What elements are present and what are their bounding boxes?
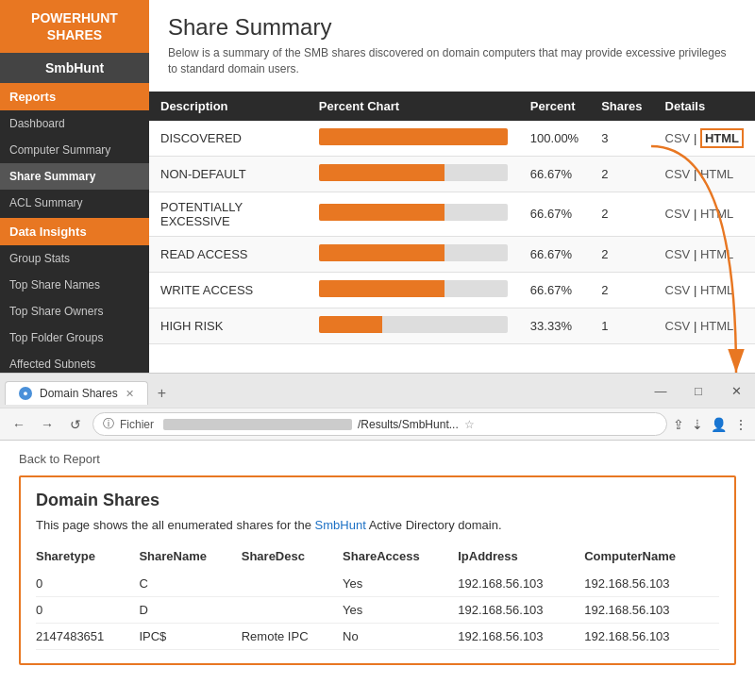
col-shares: Shares bbox=[590, 92, 653, 121]
data-insights-section-header[interactable]: Data Insights bbox=[0, 218, 149, 245]
col-percent: Percent bbox=[519, 92, 590, 121]
share-icon[interactable]: ⇪ bbox=[673, 417, 684, 432]
html-link[interactable]: HTML bbox=[700, 167, 733, 181]
row-description: DISCOVERED bbox=[149, 121, 308, 157]
domain-cell: 192.168.56.103 bbox=[458, 624, 584, 650]
col-percent-chart: Percent Chart bbox=[308, 92, 519, 121]
sidebar-item-share-summary[interactable]: Share Summary bbox=[0, 163, 149, 190]
sidebar-item-acl-summary[interactable]: ACL Summary bbox=[0, 190, 149, 216]
bar-container bbox=[319, 280, 508, 297]
page-title: Share Summary bbox=[168, 14, 736, 41]
domain-col-header: IpAddress bbox=[458, 545, 584, 571]
browser-chrome: ● Domain Shares ✕ + — □ ✕ ← → ↺ ⓘ Fichie… bbox=[0, 374, 755, 441]
domain-shares-table: SharetypeShareNameShareDescShareAccessIp… bbox=[36, 545, 719, 650]
back-to-report-link[interactable]: Back to Report bbox=[19, 452, 736, 466]
star-icon[interactable]: ☆ bbox=[464, 418, 475, 431]
csv-link[interactable]: CSV bbox=[665, 319, 691, 333]
row-details: CSV | HTML bbox=[654, 308, 755, 343]
app-logo: POWERHUNT SHARES bbox=[0, 0, 149, 53]
row-bar-chart bbox=[308, 236, 519, 272]
domain-cell: D bbox=[139, 597, 241, 624]
minimize-button[interactable]: — bbox=[642, 374, 680, 408]
address-bar[interactable]: ⓘ Fichier /Results/SmbHunt... ☆ bbox=[92, 412, 667, 436]
domain-col-header: ShareAccess bbox=[343, 545, 458, 571]
browser-tab-domain-shares[interactable]: ● Domain Shares ✕ bbox=[5, 381, 148, 405]
download-icon[interactable]: ⇣ bbox=[692, 417, 703, 432]
browser-tab-bar: ● Domain Shares ✕ + — □ ✕ bbox=[0, 374, 755, 408]
bar-fill bbox=[319, 280, 445, 297]
row-shares: 2 bbox=[590, 272, 653, 308]
domain-cell: IPC$ bbox=[139, 624, 241, 650]
sidebar-item-top-share-names[interactable]: Top Share Names bbox=[0, 272, 149, 298]
domain-cell: 0 bbox=[36, 597, 139, 624]
browser-content: Back to Report Domain Shares This page s… bbox=[0, 441, 755, 676]
domain-shares-title: Domain Shares bbox=[36, 491, 719, 510]
reports-section-header[interactable]: Reports bbox=[0, 83, 149, 110]
row-shares: 1 bbox=[590, 308, 653, 343]
html-link[interactable]: HTML bbox=[700, 128, 744, 148]
refresh-button[interactable]: ↺ bbox=[64, 413, 87, 436]
domain-cell: C bbox=[139, 571, 241, 597]
page-description: Below is a summary of the SMB shares dis… bbox=[168, 45, 736, 77]
sidebar-item-group-stats[interactable]: Group Stats bbox=[0, 245, 149, 272]
row-bar-chart bbox=[308, 156, 519, 192]
domain-cell: 192.168.56.103 bbox=[584, 624, 719, 650]
row-description: POTENTIALLY EXCESSIVE bbox=[149, 192, 308, 236]
table-row: DISCOVERED100.00%3CSV | HTML bbox=[149, 121, 755, 157]
row-description: NON-DEFAULT bbox=[149, 156, 308, 192]
app-name: SmbHunt bbox=[0, 53, 149, 83]
domain-cell: Yes bbox=[343, 571, 458, 597]
bar-container bbox=[319, 128, 508, 145]
domain-table-row: 0DYes192.168.56.103192.168.56.103 bbox=[36, 597, 719, 624]
row-percent: 66.67% bbox=[519, 236, 590, 272]
html-link[interactable]: HTML bbox=[700, 247, 733, 261]
back-button[interactable]: ← bbox=[8, 413, 30, 436]
row-shares: 2 bbox=[590, 192, 653, 236]
domain-col-header: ComputerName bbox=[584, 545, 719, 571]
domain-cell: 2147483651 bbox=[36, 624, 139, 650]
close-button[interactable]: ✕ bbox=[717, 374, 755, 408]
new-tab-button[interactable]: + bbox=[148, 380, 176, 407]
sidebar-item-dashboard[interactable]: Dashboard bbox=[0, 110, 149, 137]
forward-button[interactable]: → bbox=[36, 413, 59, 436]
bar-container bbox=[319, 316, 508, 333]
maximize-button[interactable]: □ bbox=[680, 374, 717, 408]
profile-icon[interactable]: 👤 bbox=[711, 417, 727, 432]
row-bar-chart bbox=[308, 308, 519, 343]
desc-highlight: SmbHunt bbox=[315, 518, 366, 532]
row-details: CSV | HTML bbox=[654, 192, 755, 236]
row-percent: 66.67% bbox=[519, 192, 590, 236]
bar-container bbox=[319, 164, 508, 181]
domain-cell: 0 bbox=[36, 571, 139, 597]
row-percent: 66.67% bbox=[519, 156, 590, 192]
sidebar-item-top-folder-groups[interactable]: Top Folder Groups bbox=[0, 325, 149, 351]
domain-cell: 192.168.56.103 bbox=[458, 571, 584, 597]
row-details: CSV | HTML bbox=[654, 272, 755, 308]
bar-fill bbox=[319, 244, 445, 261]
row-percent: 33.33% bbox=[519, 308, 590, 343]
logo-line2: SHARES bbox=[47, 27, 102, 42]
html-link[interactable]: HTML bbox=[700, 319, 733, 333]
csv-link[interactable]: CSV bbox=[665, 207, 691, 221]
menu-icon[interactable]: ⋮ bbox=[734, 417, 747, 432]
row-bar-chart bbox=[308, 272, 519, 308]
tab-close-button[interactable]: ✕ bbox=[126, 388, 134, 400]
row-details: CSV | HTML bbox=[654, 156, 755, 192]
domain-table-row: 2147483651IPC$Remote IPCNo192.168.56.103… bbox=[36, 624, 719, 650]
address-label: Fichier bbox=[120, 418, 154, 431]
csv-link[interactable]: CSV bbox=[665, 247, 691, 261]
row-description: READ ACCESS bbox=[149, 236, 308, 272]
html-link[interactable]: HTML bbox=[700, 207, 733, 221]
sidebar-item-computer-summary[interactable]: Computer Summary bbox=[0, 137, 149, 163]
csv-link[interactable]: CSV bbox=[665, 167, 691, 181]
csv-link[interactable]: CSV bbox=[665, 283, 691, 297]
domain-shares-box: Domain Shares This page shows the all en… bbox=[19, 475, 736, 665]
window-controls: — □ ✕ bbox=[642, 374, 755, 408]
csv-link[interactable]: CSV bbox=[665, 131, 691, 145]
url-path: /Results/SmbHunt... bbox=[358, 418, 459, 431]
table-row: HIGH RISK33.33%1CSV | HTML bbox=[149, 308, 755, 343]
row-bar-chart bbox=[308, 192, 519, 236]
domain-col-header: Sharetype bbox=[36, 545, 139, 571]
sidebar-item-top-share-owners[interactable]: Top Share Owners bbox=[0, 298, 149, 325]
html-link[interactable]: HTML bbox=[700, 283, 733, 297]
